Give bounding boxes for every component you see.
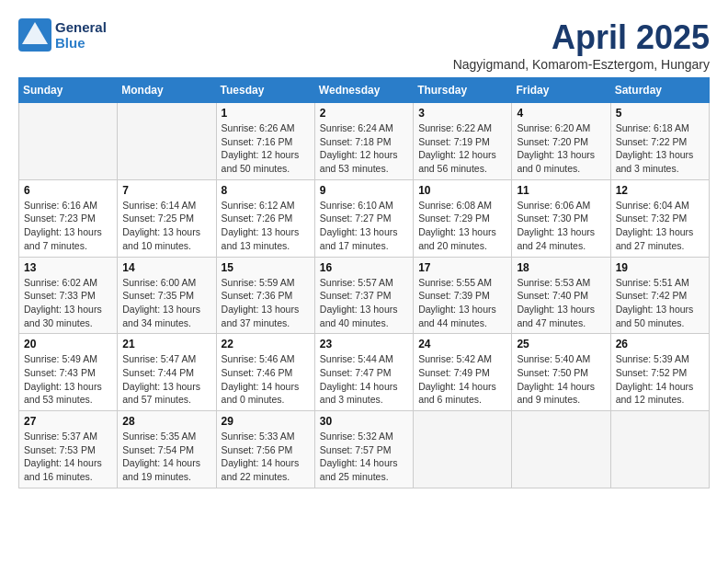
day-number: 17 [418, 261, 506, 274]
calendar-header-row: SundayMondayTuesdayWednesdayThursdayFrid… [19, 78, 710, 103]
day-number: 15 [222, 261, 310, 274]
day-info: Sunrise: 6:16 AMSunset: 7:23 PMDaylight:… [24, 199, 112, 253]
calendar-cell: 20Sunrise: 5:49 AMSunset: 7:43 PMDayligh… [19, 334, 118, 411]
day-info: Sunrise: 5:57 AMSunset: 7:37 PMDaylight:… [320, 276, 408, 330]
day-info: Sunrise: 6:24 AMSunset: 7:18 PMDaylight:… [320, 121, 408, 176]
day-info: Sunrise: 5:39 AMSunset: 7:52 PMDaylight:… [616, 352, 704, 407]
calendar-cell: 11Sunrise: 6:06 AMSunset: 7:30 PMDayligh… [512, 179, 610, 257]
calendar-cell: 29Sunrise: 5:33 AMSunset: 7:56 PMDayligh… [216, 411, 314, 488]
column-header-friday: Friday [512, 78, 610, 103]
calendar-cell: 25Sunrise: 5:40 AMSunset: 7:50 PMDayligh… [512, 334, 610, 411]
calendar-cell: 8Sunrise: 6:12 AMSunset: 7:26 PMDaylight… [216, 179, 314, 257]
day-number: 1 [222, 107, 310, 120]
calendar-cell: 19Sunrise: 5:51 AMSunset: 7:42 PMDayligh… [610, 257, 709, 334]
day-number: 23 [320, 338, 408, 350]
calendar-week-1: 1Sunrise: 6:26 AMSunset: 7:16 PMDaylight… [19, 103, 710, 180]
day-number: 25 [517, 338, 605, 350]
day-number: 19 [616, 261, 704, 274]
day-number: 10 [418, 184, 506, 197]
logo-text: General Blue [55, 19, 107, 51]
month-title: April 2025 [453, 18, 710, 57]
column-header-sunday: Sunday [19, 78, 118, 103]
calendar-cell: 24Sunrise: 5:42 AMSunset: 7:49 PMDayligh… [414, 334, 512, 411]
day-number: 13 [24, 261, 112, 274]
column-header-thursday: Thursday [414, 78, 512, 103]
day-number: 18 [517, 261, 605, 274]
calendar-cell: 16Sunrise: 5:57 AMSunset: 7:37 PMDayligh… [314, 257, 413, 334]
day-info: Sunrise: 6:12 AMSunset: 7:26 PMDaylight:… [222, 199, 310, 253]
day-number: 6 [24, 184, 112, 197]
column-header-tuesday: Tuesday [216, 78, 314, 103]
calendar-table: SundayMondayTuesdayWednesdayThursdayFrid… [18, 77, 710, 488]
day-number: 9 [320, 184, 408, 197]
day-number: 30 [320, 415, 408, 428]
day-info: Sunrise: 5:42 AMSunset: 7:49 PMDaylight:… [418, 352, 506, 407]
calendar-cell: 6Sunrise: 6:16 AMSunset: 7:23 PMDaylight… [19, 179, 118, 257]
calendar-week-2: 6Sunrise: 6:16 AMSunset: 7:23 PMDaylight… [19, 179, 710, 257]
day-number: 14 [122, 261, 210, 274]
calendar-cell: 28Sunrise: 5:35 AMSunset: 7:54 PMDayligh… [118, 411, 216, 488]
day-info: Sunrise: 5:51 AMSunset: 7:42 PMDaylight:… [616, 276, 704, 330]
calendar-cell: 14Sunrise: 6:00 AMSunset: 7:35 PMDayligh… [118, 257, 216, 334]
calendar-week-3: 13Sunrise: 6:02 AMSunset: 7:33 PMDayligh… [19, 257, 710, 334]
day-info: Sunrise: 5:47 AMSunset: 7:44 PMDaylight:… [122, 352, 210, 407]
day-number: 4 [517, 107, 605, 120]
day-info: Sunrise: 6:14 AMSunset: 7:25 PMDaylight:… [122, 199, 210, 253]
day-number: 22 [222, 338, 310, 350]
calendar-cell: 5Sunrise: 6:18 AMSunset: 7:22 PMDaylight… [610, 103, 709, 180]
calendar-cell: 30Sunrise: 5:32 AMSunset: 7:57 PMDayligh… [314, 411, 413, 488]
logo-general: General [55, 19, 107, 35]
day-number: 7 [122, 184, 210, 197]
day-info: Sunrise: 5:53 AMSunset: 7:40 PMDaylight:… [517, 276, 605, 330]
day-info: Sunrise: 5:33 AMSunset: 7:56 PMDaylight:… [222, 430, 310, 484]
column-header-monday: Monday [118, 78, 216, 103]
day-info: Sunrise: 6:08 AMSunset: 7:29 PMDaylight:… [418, 199, 506, 253]
day-number: 11 [517, 184, 605, 197]
day-info: Sunrise: 6:22 AMSunset: 7:19 PMDaylight:… [418, 121, 506, 176]
day-info: Sunrise: 6:20 AMSunset: 7:20 PMDaylight:… [517, 121, 605, 176]
day-info: Sunrise: 6:00 AMSunset: 7:35 PMDaylight:… [122, 276, 210, 330]
calendar-cell: 18Sunrise: 5:53 AMSunset: 7:40 PMDayligh… [512, 257, 610, 334]
day-info: Sunrise: 6:06 AMSunset: 7:30 PMDaylight:… [517, 199, 605, 253]
calendar-cell: 10Sunrise: 6:08 AMSunset: 7:29 PMDayligh… [414, 179, 512, 257]
calendar-cell: 15Sunrise: 5:59 AMSunset: 7:36 PMDayligh… [216, 257, 314, 334]
calendar-cell [610, 411, 709, 488]
day-number: 3 [418, 107, 506, 120]
calendar-cell [414, 411, 512, 488]
calendar-cell: 21Sunrise: 5:47 AMSunset: 7:44 PMDayligh… [118, 334, 216, 411]
calendar-cell: 22Sunrise: 5:46 AMSunset: 7:46 PMDayligh… [216, 334, 314, 411]
calendar-week-4: 20Sunrise: 5:49 AMSunset: 7:43 PMDayligh… [19, 334, 710, 411]
logo-icon [18, 18, 51, 52]
calendar-cell [19, 103, 118, 180]
calendar-cell: 12Sunrise: 6:04 AMSunset: 7:32 PMDayligh… [610, 179, 709, 257]
day-number: 21 [122, 338, 210, 350]
day-number: 5 [616, 107, 704, 120]
day-info: Sunrise: 5:32 AMSunset: 7:57 PMDaylight:… [320, 430, 408, 484]
calendar-cell: 13Sunrise: 6:02 AMSunset: 7:33 PMDayligh… [19, 257, 118, 334]
calendar-cell: 9Sunrise: 6:10 AMSunset: 7:27 PMDaylight… [314, 179, 413, 257]
calendar-cell: 7Sunrise: 6:14 AMSunset: 7:25 PMDaylight… [118, 179, 216, 257]
calendar-cell: 23Sunrise: 5:44 AMSunset: 7:47 PMDayligh… [314, 334, 413, 411]
day-number: 29 [222, 415, 310, 428]
day-number: 26 [616, 338, 704, 350]
calendar-body: 1Sunrise: 6:26 AMSunset: 7:16 PMDaylight… [19, 103, 710, 488]
header: General Blue April 2025 Nagyigmand, Koma… [18, 18, 710, 72]
day-info: Sunrise: 5:44 AMSunset: 7:47 PMDaylight:… [320, 352, 408, 407]
calendar-cell [118, 103, 216, 180]
day-info: Sunrise: 5:35 AMSunset: 7:54 PMDaylight:… [122, 430, 210, 484]
location: Nagyigmand, Komarom-Esztergom, Hungary [453, 57, 710, 72]
day-number: 8 [222, 184, 310, 197]
column-header-wednesday: Wednesday [314, 78, 413, 103]
day-info: Sunrise: 6:18 AMSunset: 7:22 PMDaylight:… [616, 121, 704, 176]
day-number: 27 [24, 415, 112, 428]
calendar-cell: 17Sunrise: 5:55 AMSunset: 7:39 PMDayligh… [414, 257, 512, 334]
column-header-saturday: Saturday [610, 78, 709, 103]
day-info: Sunrise: 6:04 AMSunset: 7:32 PMDaylight:… [616, 199, 704, 253]
calendar-cell: 3Sunrise: 6:22 AMSunset: 7:19 PMDaylight… [414, 103, 512, 180]
day-info: Sunrise: 5:49 AMSunset: 7:43 PMDaylight:… [24, 352, 112, 407]
title-area: April 2025 Nagyigmand, Komarom-Esztergom… [453, 18, 710, 72]
calendar-cell: 26Sunrise: 5:39 AMSunset: 7:52 PMDayligh… [610, 334, 709, 411]
day-info: Sunrise: 5:46 AMSunset: 7:46 PMDaylight:… [222, 352, 310, 407]
calendar-cell [512, 411, 610, 488]
day-info: Sunrise: 6:26 AMSunset: 7:16 PMDaylight:… [222, 121, 310, 176]
